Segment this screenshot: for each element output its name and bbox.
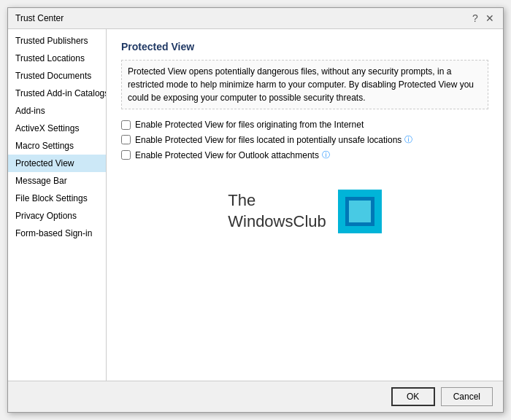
info-icon-chk-unsafe[interactable]: ⓘ xyxy=(404,134,412,145)
watermark-box: The WindowsClub xyxy=(228,190,382,233)
watermark-logo-icon xyxy=(338,190,382,233)
section-title: Protected View xyxy=(121,41,488,52)
sidebar-item-trusted-publishers[interactable]: Trusted Publishers xyxy=(8,32,106,50)
sidebar-item-add-ins[interactable]: Add-ins xyxy=(8,102,106,120)
dialog-body: Trusted PublishersTrusted LocationsTrust… xyxy=(8,29,503,381)
sidebar-item-macro-settings[interactable]: Macro Settings xyxy=(8,137,106,155)
sidebar-item-form-based-sign-in[interactable]: Form-based Sign-in xyxy=(8,225,106,242)
checkbox-chk-internet[interactable] xyxy=(121,120,131,130)
dialog-footer: OK Cancel xyxy=(8,381,503,412)
svg-rect-2 xyxy=(349,201,371,222)
help-button[interactable]: ? xyxy=(469,12,481,24)
sidebar-item-protected-view[interactable]: Protected View xyxy=(8,155,106,172)
sidebar-item-message-bar[interactable]: Message Bar xyxy=(8,172,106,190)
label-chk-internet[interactable]: Enable Protected View for files originat… xyxy=(135,120,364,130)
checkbox-row-chk-unsafe: Enable Protected View for files located … xyxy=(121,134,488,145)
checkbox-chk-unsafe[interactable] xyxy=(121,135,131,144)
sidebar-item-trusted-documents[interactable]: Trusted Documents xyxy=(8,67,106,85)
trust-center-dialog: Trust Center ? ✕ Trusted PublishersTrust… xyxy=(7,7,504,413)
title-bar-controls: ? ✕ xyxy=(469,12,496,24)
checkboxes-container: Enable Protected View for files originat… xyxy=(121,120,488,160)
sidebar: Trusted PublishersTrusted LocationsTrust… xyxy=(8,29,107,381)
checkbox-chk-outlook[interactable] xyxy=(121,150,131,160)
sidebar-item-activex-settings[interactable]: ActiveX Settings xyxy=(8,120,106,137)
checkbox-row-chk-outlook: Enable Protected View for Outlook attach… xyxy=(121,149,488,160)
sidebar-item-privacy-options[interactable]: Privacy Options xyxy=(8,207,106,225)
sidebar-item-file-block-settings[interactable]: File Block Settings xyxy=(8,190,106,207)
sidebar-item-trusted-add-in-catalogs[interactable]: Trusted Add-in Catalogs xyxy=(8,85,106,102)
checkbox-row-chk-internet: Enable Protected View for files originat… xyxy=(121,120,488,130)
close-button[interactable]: ✕ xyxy=(484,12,496,24)
content-area: Protected View Protected View opens pote… xyxy=(107,29,503,381)
info-icon-chk-outlook[interactable]: ⓘ xyxy=(322,149,330,160)
cancel-button[interactable]: Cancel xyxy=(441,387,493,406)
label-chk-outlook[interactable]: Enable Protected View for Outlook attach… xyxy=(135,150,319,160)
label-chk-unsafe[interactable]: Enable Protected View for files located … xyxy=(135,135,402,145)
ok-button[interactable]: OK xyxy=(391,387,435,406)
description-text: Protected View opens potentially dangero… xyxy=(121,60,488,109)
watermark-text: The WindowsClub xyxy=(228,190,326,232)
title-bar: Trust Center ? ✕ xyxy=(8,8,503,29)
dialog-title: Trust Center xyxy=(15,13,64,23)
watermark-area: The WindowsClub xyxy=(121,190,488,233)
sidebar-item-trusted-locations[interactable]: Trusted Locations xyxy=(8,50,106,67)
